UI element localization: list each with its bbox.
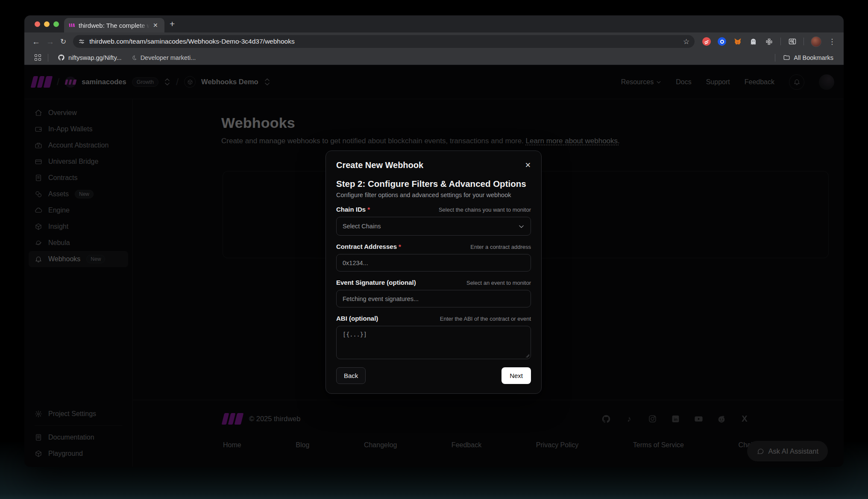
zoom-window-button[interactable] [53, 21, 59, 27]
extension-row: ⋮ [702, 36, 836, 47]
bookmark-item-niftyswap[interactable]: niftyswap.gg/Nifty... [58, 54, 122, 61]
select-chains-dropdown[interactable]: Select Chains [336, 217, 531, 236]
desktop: { "colors": { "accent_pink": "#c026d3", … [0, 0, 868, 499]
contract-addresses-caption: Enter a contract address [470, 244, 531, 250]
browser-tab[interactable]: thirdweb: The complete web3 ✕ [64, 18, 164, 32]
browser-window: thirdweb: The complete web3 ✕ + ← → ↻ th… [24, 15, 844, 467]
bookmark-label: niftyswap.gg/Nifty... [68, 54, 122, 61]
minimize-window-button[interactable] [44, 21, 50, 27]
chrome-profile-avatar[interactable] [811, 36, 821, 47]
chevron-down-icon [518, 224, 525, 228]
extension-icon-red[interactable] [702, 37, 711, 46]
back-icon[interactable]: ← [32, 38, 40, 46]
step-title: Step 2: Configure Filters & Advanced Opt… [336, 179, 531, 189]
side-panel-icon[interactable] [788, 37, 797, 46]
address-bar[interactable]: thirdweb.com/team/saminacodes/Webhooks-D… [73, 35, 695, 48]
extensions-puzzle-icon[interactable] [765, 37, 774, 46]
thirdweb-site: / saminacodes Growth / Webhooks Demo [24, 65, 844, 467]
metamask-icon[interactable] [733, 37, 742, 46]
url-text: thirdweb.com/team/saminacodes/Webhooks-D… [89, 38, 294, 45]
field-label-text: Contract Addresses [336, 243, 397, 250]
select-chains-placeholder: Select Chains [343, 223, 381, 230]
new-tab-button[interactable]: + [170, 19, 175, 29]
required-asterisk: * [367, 206, 370, 213]
bookmark-favicon [131, 55, 137, 61]
folder-icon [783, 54, 790, 61]
forward-icon[interactable]: → [46, 38, 54, 46]
tab-title: thirdweb: The complete web3 [79, 22, 150, 29]
thirdweb-favicon [68, 22, 75, 29]
chain-ids-label: Chain IDs* [336, 206, 370, 213]
create-webhook-modal: Create New Webhook ✕ Step 2: Configure F… [326, 151, 542, 394]
close-window-button[interactable] [35, 21, 40, 27]
ghost-wallet-icon[interactable] [749, 37, 758, 46]
nav-arrows: ← → ↻ [24, 38, 72, 46]
contract-address-input[interactable] [336, 254, 531, 272]
next-button[interactable]: Next [501, 367, 531, 384]
apps-grid-icon[interactable] [35, 54, 41, 61]
tab-close-icon[interactable]: ✕ [153, 22, 158, 28]
all-bookmarks-label: All Bookmarks [794, 54, 833, 61]
all-bookmarks-button[interactable]: All Bookmarks [783, 54, 833, 61]
browser-toolbar: ← → ↻ thirdweb.com/team/saminacodes/Webh… [24, 32, 844, 50]
abi-textarea[interactable] [336, 326, 531, 359]
event-signature-caption: Select an event to monitor [466, 280, 531, 286]
chain-ids-caption: Select the chains you want to monitor [439, 207, 531, 213]
step-subtitle: Configure filter options and advanced se… [336, 192, 531, 198]
traffic-lights [35, 21, 59, 27]
tab-strip: thirdweb: The complete web3 ✕ + [24, 15, 844, 32]
chrome-menu-icon[interactable]: ⋮ [828, 37, 836, 46]
required-asterisk: * [399, 243, 401, 250]
site-settings-icon[interactable] [78, 38, 85, 45]
github-favicon [58, 54, 65, 61]
abi-label: ABI (optional) [336, 315, 378, 322]
extension-icon-coinbase[interactable] [718, 37, 726, 46]
abi-caption: Enter the ABI of the contract or event [440, 316, 531, 322]
reload-icon[interactable]: ↻ [60, 38, 66, 45]
bookmark-star-icon[interactable]: ☆ [683, 37, 689, 46]
bookmark-item-developer[interactable]: Developer marketi... [131, 54, 196, 61]
event-signature-label: Event Signature (optional) [336, 279, 416, 286]
field-label-text: Chain IDs [336, 206, 366, 213]
back-button[interactable]: Back [336, 367, 366, 384]
modal-close-icon[interactable]: ✕ [525, 162, 531, 169]
modal-title: Create New Webhook [336, 160, 423, 170]
event-signature-input[interactable] [336, 290, 531, 307]
bookmark-label: Developer marketi... [141, 54, 196, 61]
contract-addresses-label: Contract Addresses* [336, 243, 401, 250]
bookmarks-bar: niftyswap.gg/Nifty... Developer marketi.… [24, 50, 844, 65]
